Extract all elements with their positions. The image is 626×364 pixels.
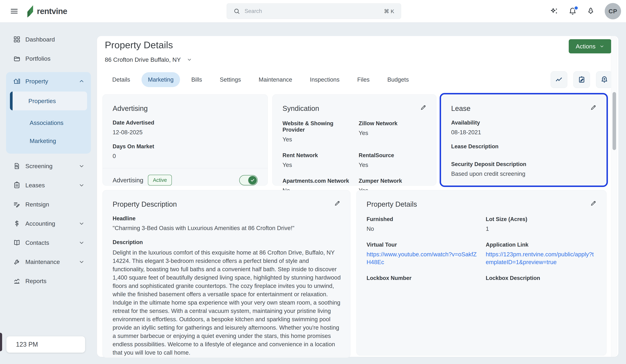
- sidebar-item-portfolios[interactable]: Portfolios: [0, 53, 97, 64]
- advertising-toggle-label: Advertising: [113, 177, 143, 184]
- notifications-bell-icon[interactable]: [569, 7, 577, 15]
- global-search[interactable]: ⌘ K: [227, 3, 401, 19]
- syndication-card: Syndication Website & Showing Provider Y…: [273, 94, 436, 186]
- wrench-icon: [13, 258, 20, 265]
- field-label: Lot Size (Acres): [486, 216, 596, 222]
- sidebar-item-reports[interactable]: Reports: [0, 275, 97, 287]
- sidebar-item-property[interactable]: Property: [6, 76, 91, 87]
- sidebar-item-contacts[interactable]: Contacts: [0, 237, 97, 248]
- field-label: Lockbox Number: [367, 275, 477, 281]
- chevron-down-icon: [78, 259, 85, 265]
- sidebar-item-leases[interactable]: Leases: [0, 180, 97, 191]
- user-avatar[interactable]: CP: [605, 3, 621, 19]
- field-value: Yes: [359, 129, 427, 137]
- bell-plus-icon: [600, 76, 608, 83]
- sidebar-label: Associations: [30, 119, 64, 126]
- field-label: Security Deposit Description: [451, 161, 596, 167]
- tab-budgets[interactable]: Budgets: [381, 72, 415, 87]
- edit-pencil-icon[interactable]: [590, 105, 596, 111]
- actions-label: Actions: [576, 43, 596, 50]
- subscribe-alerts-button[interactable]: [596, 71, 613, 88]
- rocket-icon[interactable]: [587, 7, 595, 15]
- sidebar-item-rentsign[interactable]: Rentsign: [0, 199, 97, 210]
- sidebar-item-marketing[interactable]: Marketing: [6, 135, 91, 147]
- sidebar-item-accounting[interactable]: Accounting: [0, 218, 97, 229]
- description-text: Delight in the luxurious comfort of this…: [113, 248, 342, 357]
- activity-trend-button[interactable]: [551, 71, 567, 88]
- field-label: Zillow Network: [359, 120, 427, 127]
- sidebar-item-screening[interactable]: Screening: [0, 160, 97, 172]
- tab-bills[interactable]: Bills: [185, 72, 209, 87]
- field-value: [486, 284, 596, 291]
- sidebar-item-maintenance[interactable]: Maintenance: [0, 256, 97, 268]
- field-label: Virtual Tour: [367, 242, 477, 248]
- actions-button[interactable]: Actions: [569, 39, 612, 53]
- property-house-icon: [13, 78, 20, 85]
- notification-badge: [574, 6, 579, 10]
- field-label: Date Advertised: [113, 120, 258, 126]
- advertising-toggle[interactable]: [239, 175, 258, 185]
- status-badge: Active: [148, 175, 172, 186]
- tab-inspections[interactable]: Inspections: [304, 72, 346, 87]
- sidebar-label: Contacts: [25, 239, 49, 246]
- property-selector[interactable]: 86 Crofton Drive Buffalo, NY: [105, 56, 192, 63]
- file-search-icon: [13, 162, 20, 170]
- sidebar-label: Property: [25, 78, 48, 85]
- edit-pencil-icon[interactable]: [420, 105, 426, 111]
- property-description-card: Property Description Headline "Charming …: [103, 190, 351, 358]
- field-value: [451, 152, 596, 159]
- trend-line-icon: [555, 76, 563, 83]
- tab-bar: Details Marketing Bills Settings Mainten…: [106, 71, 613, 88]
- field-label: Website & Showing Provider: [282, 120, 350, 133]
- sidebar-item-dashboard[interactable]: Dashboard: [0, 34, 97, 45]
- scrollbar-track[interactable]: [611, 36, 617, 357]
- dollar-icon: [13, 220, 20, 227]
- tab-files[interactable]: Files: [351, 72, 376, 87]
- chevron-down-icon: [599, 44, 604, 49]
- chat-widget-edge[interactable]: [0, 333, 2, 351]
- ai-sparkles-icon[interactable]: [550, 7, 559, 15]
- page-header: Property Details 86 Crofton Drive Buffal…: [97, 39, 618, 63]
- application-link[interactable]: https://123pm.rentvine.com/public/apply?…: [486, 251, 594, 265]
- search-input[interactable]: [244, 8, 379, 14]
- edit-pencil-icon[interactable]: [334, 200, 340, 207]
- avatar-initials: CP: [608, 8, 617, 15]
- lease-card: Lease Availability 08-18-2021 Lease Desc…: [441, 94, 606, 186]
- scrollbar-thumb[interactable]: [613, 92, 616, 150]
- sidebar-item-properties[interactable]: Properties: [10, 91, 87, 110]
- property-details-card: Property Details Furnished No Lot Size (…: [356, 190, 606, 356]
- brand-logo[interactable]: rentvine: [27, 5, 67, 18]
- tab-maintenance[interactable]: Maintenance: [252, 72, 299, 87]
- field-label: Lease Description: [451, 143, 596, 150]
- tab-settings[interactable]: Settings: [213, 72, 247, 87]
- search-shortcut: ⌘ K: [384, 8, 394, 14]
- field-label: RentalSource: [359, 152, 427, 159]
- card-title: Advertising: [113, 105, 258, 113]
- tab-details[interactable]: Details: [106, 72, 137, 87]
- sidebar-label: Leases: [25, 182, 45, 189]
- sidebar-label: Accounting: [25, 220, 55, 227]
- field-label: Headline: [113, 215, 340, 222]
- tab-marketing[interactable]: Marketing: [142, 72, 180, 87]
- field-label: Lockbox Description: [486, 275, 596, 281]
- notes-button[interactable]: [573, 71, 590, 88]
- report-chart-icon: [13, 278, 20, 284]
- field-label: Zumper Network: [359, 178, 427, 184]
- sidebar: Dashboard Portfolios Property Properties…: [0, 22, 97, 364]
- edit-pencil-icon[interactable]: [590, 200, 596, 207]
- clipboard-icon: [13, 182, 20, 189]
- sidebar-item-associations[interactable]: Associations: [6, 117, 91, 128]
- field-value: 08-18-2021: [451, 128, 596, 136]
- book-icon: [13, 239, 20, 246]
- virtual-tour-link[interactable]: https://www.youtube.com/watch?v=oSakfZH4…: [367, 251, 477, 265]
- menu-icon[interactable]: [8, 5, 20, 17]
- field-label: Application Link: [486, 242, 596, 248]
- field-label: Availability: [451, 120, 596, 126]
- check-icon: [250, 178, 255, 183]
- clock-text: 123 PM: [16, 341, 38, 348]
- field-value: 0: [113, 152, 258, 160]
- sidebar-label: Screening: [25, 163, 52, 170]
- chevron-down-icon: [78, 220, 85, 227]
- field-label: Days On Market: [113, 143, 258, 150]
- page-title: Property Details: [105, 39, 192, 50]
